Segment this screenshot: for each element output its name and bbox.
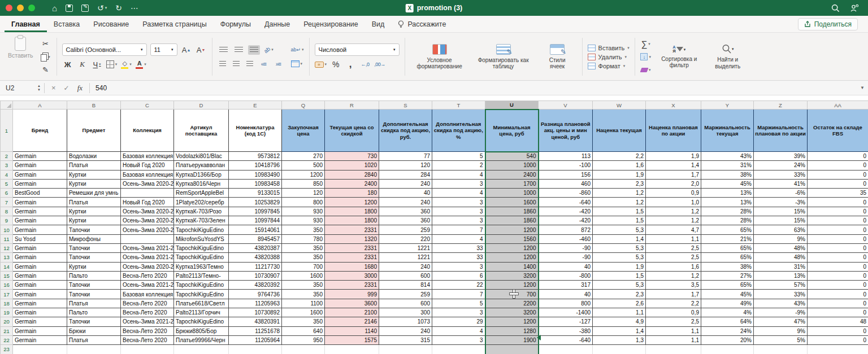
cell-U16[interactable]: 1200	[485, 281, 539, 290]
row-number-4[interactable]: 4	[1, 170, 13, 179]
cell-Q7[interactable]: 800	[282, 198, 325, 207]
cell-R8[interactable]: 1800	[325, 207, 379, 216]
comma-style-button[interactable]: ,	[345, 59, 356, 70]
ribbon-tab-1[interactable]: Вставка	[47, 16, 86, 32]
cell-C22[interactable]: Весна-Лето 2020	[121, 335, 174, 344]
cell-Y2[interactable]: 43%	[701, 152, 754, 161]
increase-font-button[interactable]: A▲	[181, 44, 192, 55]
font-size-select[interactable]: 11▾	[150, 43, 177, 56]
cell-Y12[interactable]: 65%	[701, 243, 754, 252]
cell-T12[interactable]: 33	[432, 243, 485, 252]
cell-W20[interactable]: 4,9	[593, 317, 646, 326]
cell-W4[interactable]: 1,9	[593, 170, 646, 179]
cell-U3[interactable]: 1000	[485, 161, 539, 170]
cell-R3[interactable]: 1020	[325, 161, 379, 170]
cell-V14[interactable]: 40	[539, 262, 593, 271]
cell-R21[interactable]: 1140	[325, 326, 379, 335]
cell-AA6[interactable]: 35	[808, 189, 868, 198]
cell-AA16[interactable]: 0	[808, 281, 868, 290]
header-cell-T1[interactable]: Дополнительная скидка под акцию, %	[432, 110, 485, 152]
cell-B21[interactable]: Брюки	[67, 326, 121, 335]
cell-T2[interactable]: 5	[432, 152, 485, 161]
cell-W5[interactable]: 2,3	[593, 179, 646, 188]
conditional-formatting-button[interactable]: Условное форматирование	[410, 44, 469, 70]
cell-S19[interactable]: 300	[379, 308, 432, 317]
cell-Q13[interactable]: 350	[282, 253, 325, 262]
zoom-window-button[interactable]	[28, 5, 35, 11]
cell-X14[interactable]: 1,6	[646, 262, 701, 271]
cell-C19[interactable]: Весна-Лето 2020	[121, 308, 174, 317]
cell-A14[interactable]: Germain	[13, 262, 67, 271]
cell-C9[interactable]: Осень-Зима 2020-2	[121, 216, 174, 225]
header-cell-Z1[interactable]: Маржинальность плановая по акции	[754, 110, 808, 152]
cell-W13[interactable]: 5,3	[593, 253, 646, 262]
header-cell-AA1[interactable]: Остаток на складе FBS	[808, 110, 868, 152]
cell-Z22[interactable]: 5%	[754, 335, 808, 344]
cell-U17[interactable]: 700	[485, 290, 539, 299]
cell-A6[interactable]: BestGood	[13, 189, 67, 198]
cell-X13[interactable]: 2,5	[646, 253, 701, 262]
cell-B20[interactable]: Тапочки	[67, 317, 121, 326]
wrap-text-button[interactable]: ab↵▾	[291, 44, 304, 55]
cell-X17[interactable]: 1,7	[646, 290, 701, 299]
column-header-C[interactable]: C	[121, 101, 174, 110]
decrease-decimal-button[interactable]: ,00→	[374, 59, 385, 70]
column-header-Z[interactable]: Z	[754, 101, 808, 110]
row-number-10[interactable]: 10	[1, 225, 13, 234]
cell-S18[interactable]: 600	[379, 299, 432, 308]
align-middle-button[interactable]	[233, 45, 245, 55]
ribbon-tab-5[interactable]: Данные	[258, 16, 297, 32]
cell-E15[interactable]: 10730907	[229, 271, 282, 280]
cell-C13[interactable]: Осень-Зима 2021-2	[121, 253, 174, 262]
row-number-20[interactable]: 20	[1, 317, 13, 326]
row-number-14[interactable]: 14	[1, 262, 13, 271]
cell-B3[interactable]: Платья	[67, 161, 121, 170]
cell-C15[interactable]: Весна-Лето 2020	[121, 271, 174, 280]
cell-S5[interactable]: 240	[379, 179, 432, 188]
cell-R14[interactable]: 1680	[325, 262, 379, 271]
cell-W2[interactable]: 2,2	[593, 152, 646, 161]
cell-R5[interactable]: 2400	[325, 179, 379, 188]
cell-W15[interactable]: 1,5	[593, 271, 646, 280]
cell-C23[interactable]	[121, 345, 174, 354]
cell-V10[interactable]: 872	[539, 225, 593, 234]
cell-R16[interactable]: 2331	[325, 281, 379, 290]
column-header-X[interactable]: X	[646, 101, 701, 110]
cell-T23[interactable]	[432, 345, 485, 354]
header-cell-R1[interactable]: Текущая цена со скидкой	[325, 110, 379, 152]
cell-R22[interactable]: 1575	[325, 335, 379, 344]
cell-W11[interactable]: 1,4	[593, 234, 646, 243]
name-box-stepper[interactable]: ▲▼	[37, 84, 41, 91]
fill-button[interactable]: ↓▾	[640, 51, 652, 63]
cell-V23[interactable]	[539, 345, 593, 354]
cell-Z19[interactable]: -9%	[754, 308, 808, 317]
cell-T14[interactable]: 3	[432, 262, 485, 271]
row-number-15[interactable]: 15	[1, 271, 13, 280]
borders-button[interactable]: ▾	[106, 59, 118, 70]
cell-D17[interactable]: TapochkiKiguEdino	[174, 290, 229, 299]
cell-S9[interactable]: 360	[379, 216, 432, 225]
cell-E14[interactable]: 11217730	[229, 262, 282, 271]
cell-A11[interactable]: Su Yosd	[13, 234, 67, 243]
ribbon-tab-7[interactable]: Вид	[365, 16, 392, 32]
cell-AA20[interactable]: 48	[808, 317, 868, 326]
cell-D15[interactable]: Palto2113/Темно-	[174, 271, 229, 280]
cell-U18[interactable]: 2200	[485, 299, 539, 308]
cell-C16[interactable]: Осень-Зима 2021-2	[121, 281, 174, 290]
cell-V5[interactable]: 460	[539, 179, 593, 188]
cell-B15[interactable]: Пальто	[67, 271, 121, 280]
header-cell-D1[interactable]: Артикул поставщика	[174, 110, 229, 152]
cell-E3[interactable]: 10418796	[229, 161, 282, 170]
accounting-format-button[interactable]: ¤▾	[315, 59, 327, 70]
row-number-17[interactable]: 17	[1, 290, 13, 299]
cell-V11[interactable]: -460	[539, 234, 593, 243]
autosum-button[interactable]: ∑▾	[640, 38, 652, 50]
column-header-Y[interactable]: Y	[701, 101, 754, 110]
font-name-select[interactable]: Calibri (Основной...▾	[62, 43, 147, 56]
cell-AA23[interactable]	[808, 345, 868, 354]
cell-T13[interactable]: 33	[432, 253, 485, 262]
cell-T5[interactable]: 3	[432, 179, 485, 188]
cell-B14[interactable]: Куртки	[67, 262, 121, 271]
cell-AA8[interactable]: 0	[808, 207, 868, 216]
cell-E22[interactable]: 11205964	[229, 335, 282, 344]
